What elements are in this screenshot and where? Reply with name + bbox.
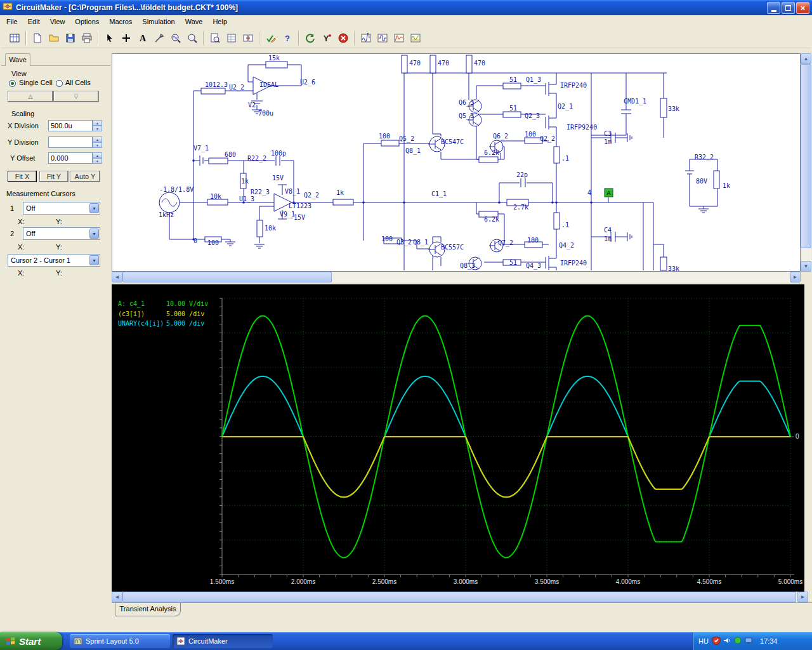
monitor-icon[interactable] xyxy=(744,636,753,646)
scroll-right-icon[interactable]: ► xyxy=(790,272,801,282)
toolbar-open-file-button[interactable] xyxy=(46,30,62,46)
toolbar-new-file-button[interactable] xyxy=(30,30,45,46)
toolbar-zoom-button[interactable] xyxy=(185,30,200,46)
toolbar-text-tool-button[interactable]: A xyxy=(135,30,150,46)
menu-item-file[interactable]: File xyxy=(1,16,23,27)
schematic-vscrollbar[interactable]: ▲ ▼ xyxy=(801,53,811,272)
y-division-input[interactable] xyxy=(48,136,93,148)
cursor1-select[interactable]: Off ▼ xyxy=(23,202,100,215)
spin-up-icon[interactable]: ▲ xyxy=(93,136,102,142)
radio-all-cells[interactable] xyxy=(56,80,63,87)
resistor-symbol[interactable] xyxy=(333,199,353,205)
toolbar-stop-button[interactable] xyxy=(336,30,351,46)
resistor-symbol[interactable] xyxy=(381,140,399,146)
fit-x-button[interactable]: Fit X xyxy=(8,171,37,182)
menu-item-edit[interactable]: Edit xyxy=(23,16,45,27)
resistor-symbol[interactable] xyxy=(660,257,667,270)
toolbar-undo-arrow-button[interactable] xyxy=(303,30,318,46)
toolbar-select-cursor-button[interactable] xyxy=(102,30,117,46)
resistor-symbol[interactable] xyxy=(554,213,560,229)
taskbar-task-circuitmaker[interactable]: CircuitMaker xyxy=(173,634,273,648)
toolbar-help-button[interactable]: ? xyxy=(280,30,295,46)
resistor-symbol[interactable] xyxy=(466,55,472,73)
toolbar-probe-y-button[interactable]: Y xyxy=(319,30,334,46)
menu-item-options[interactable]: Options xyxy=(70,16,104,27)
waveform-hscrollbar[interactable]: ◄ ► xyxy=(112,592,808,602)
volume-icon[interactable] xyxy=(723,636,731,646)
scroll-up-icon[interactable]: ▲ xyxy=(801,53,811,64)
toolbar-check-pencil-button[interactable] xyxy=(263,30,278,46)
spin-down-icon[interactable]: ▼ xyxy=(93,158,102,164)
toolbar-page-grid-button[interactable] xyxy=(224,30,239,46)
chevron-down-icon[interactable]: ▼ xyxy=(89,229,99,239)
resistor-symbol[interactable] xyxy=(714,171,719,189)
spin-up-icon[interactable]: ▲ xyxy=(93,152,102,158)
resistor-symbol[interactable] xyxy=(554,147,560,163)
resistor-symbol[interactable] xyxy=(201,88,225,94)
resistor-symbol[interactable] xyxy=(402,55,407,73)
toolbar-scope-1-button[interactable] xyxy=(358,30,374,46)
toolbar-scope-2-button[interactable] xyxy=(375,30,390,46)
resistor-symbol[interactable] xyxy=(209,158,228,164)
waveform-canvas[interactable]: 1.500ms2.000ms2.500ms3.000ms3.500ms4.000… xyxy=(112,284,804,592)
chevron-down-icon[interactable]: ▼ xyxy=(89,203,99,213)
resistor-symbol[interactable] xyxy=(660,98,667,117)
resistor-symbol[interactable] xyxy=(503,83,521,89)
toolbar-add-part-button[interactable] xyxy=(119,30,134,46)
resistor-symbol[interactable] xyxy=(207,199,228,205)
schematic-vscroll-thumb[interactable] xyxy=(801,64,811,248)
scroll-left-icon[interactable]: ◄ xyxy=(112,592,122,602)
wave-down-button[interactable]: ▽ xyxy=(53,91,99,102)
resistor-symbol[interactable] xyxy=(430,55,436,73)
toolbar-scope-3-button[interactable] xyxy=(391,30,407,46)
toolbar-save-file-button[interactable] xyxy=(63,30,78,46)
x-division-spinner[interactable]: ▲▼ xyxy=(93,120,102,131)
close-button[interactable]: × xyxy=(796,2,809,14)
language-indicator[interactable]: HU xyxy=(698,637,709,645)
tab-transient-analysis[interactable]: Transient Analysis xyxy=(115,603,181,616)
resistor-symbol[interactable] xyxy=(266,62,287,68)
menu-item-wave[interactable]: Wave xyxy=(180,16,208,27)
scroll-right-icon[interactable]: ► xyxy=(797,592,808,602)
toolbar-wire-tool-button[interactable] xyxy=(152,30,167,46)
chevron-down-icon[interactable]: ▼ xyxy=(89,255,99,265)
scroll-left-icon[interactable]: ◄ xyxy=(112,272,122,282)
maximize-button[interactable] xyxy=(782,2,795,14)
taskbar-task-sprint-layout-5-0[interactable]: Sprint-Layout 5.0 xyxy=(70,634,170,648)
toolbar-split-view-button[interactable] xyxy=(240,30,256,46)
resistor-symbol[interactable] xyxy=(257,220,263,237)
security-shield-icon[interactable] xyxy=(712,636,721,646)
toolbar-zoom-wave-button[interactable] xyxy=(168,30,183,46)
clock[interactable]: 17:34 xyxy=(760,637,778,645)
status-orb-icon[interactable] xyxy=(733,636,742,646)
spin-down-icon[interactable]: ▼ xyxy=(93,142,102,148)
y-division-spinner[interactable]: ▲▼ xyxy=(93,136,102,148)
menu-item-help[interactable]: Help xyxy=(207,16,232,27)
resistor-symbol[interactable] xyxy=(503,112,521,117)
tab-wave[interactable]: Wave xyxy=(5,53,30,66)
wave-up-button[interactable]: △ xyxy=(8,91,53,102)
x-division-input[interactable] xyxy=(48,120,93,131)
menu-item-simulation[interactable]: Simulation xyxy=(137,16,180,27)
toolbar-print-button[interactable] xyxy=(79,30,95,46)
spin-up-icon[interactable]: ▲ xyxy=(93,120,102,126)
spin-down-icon[interactable]: ▼ xyxy=(93,126,102,131)
scroll-down-icon[interactable]: ▼ xyxy=(801,261,811,272)
cursor-diff-select[interactable]: Cursor 2 - Cursor 1 ▼ xyxy=(8,254,100,267)
y-offset-input[interactable] xyxy=(48,152,93,164)
minimize-button[interactable] xyxy=(767,2,780,14)
toolbar-scope-4-button[interactable] xyxy=(408,30,423,46)
schematic-canvas[interactable]: 15k1012.3U2_2IDEALU2_6V2700u47047047051Q… xyxy=(112,53,801,272)
cursor2-select[interactable]: Off ▼ xyxy=(23,227,100,240)
fit-y-button[interactable]: Fit Y xyxy=(39,171,69,182)
menu-item-macros[interactable]: Macros xyxy=(104,16,137,27)
y-offset-spinner[interactable]: ▲▼ xyxy=(93,152,102,164)
auto-y-button[interactable]: Auto Y xyxy=(70,171,100,182)
menu-item-view[interactable]: View xyxy=(45,16,70,27)
toolbar-page-zoom-button[interactable] xyxy=(207,30,223,46)
radio-single-cell[interactable] xyxy=(9,80,16,87)
start-button[interactable]: Start xyxy=(0,632,62,650)
resistor-symbol[interactable] xyxy=(479,157,498,162)
schematic-hscroll-thumb[interactable] xyxy=(122,272,332,282)
schematic-hscrollbar[interactable]: ◄ ► xyxy=(112,272,801,282)
